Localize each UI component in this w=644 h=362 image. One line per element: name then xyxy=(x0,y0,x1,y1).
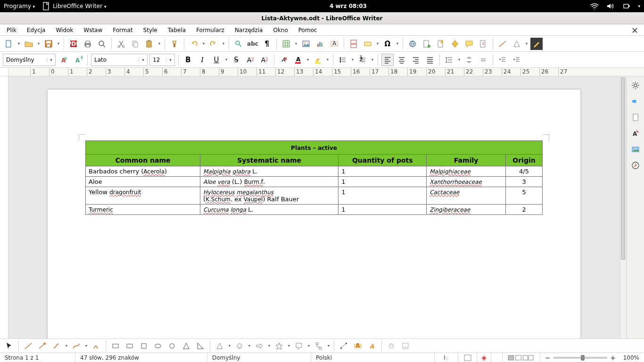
ellipse-tool-button[interactable] xyxy=(152,340,164,352)
status-insert-mode[interactable]: I ⎀ xyxy=(435,353,458,362)
paragraph-style-combo[interactable]: ▾ xyxy=(3,54,56,66)
fontwork-gallery-button[interactable]: A xyxy=(366,340,378,352)
os-active-app[interactable]: LibreOffice Writer ▾ xyxy=(41,1,106,11)
spellcheck-button[interactable]: abc xyxy=(247,38,259,50)
battery-icon[interactable] xyxy=(622,1,631,11)
cut-button[interactable] xyxy=(115,38,127,50)
underline-button[interactable]: U xyxy=(210,54,223,66)
insert-cross-ref-button[interactable] xyxy=(449,38,461,50)
page[interactable]: Plants – active Common nameSystematic na… xyxy=(48,90,580,338)
sidebar-navigator-button[interactable] xyxy=(628,158,643,173)
font-name-combo[interactable]: ▾ xyxy=(91,54,148,66)
rectangle-tool-button[interactable] xyxy=(109,340,122,352)
curve-tool-button[interactable] xyxy=(70,340,83,352)
stars-dropdown[interactable]: ▾ xyxy=(287,344,291,348)
insert-hyperlink-button[interactable] xyxy=(406,38,419,50)
increase-indent-button[interactable] xyxy=(496,54,509,66)
insert-chart-button[interactable] xyxy=(314,38,326,50)
table-row[interactable]: Yellow dragonfruitHylocereus megalanthus… xyxy=(86,187,543,205)
block-arrows-dropdown[interactable]: ▾ xyxy=(267,344,271,348)
status-language[interactable]: Polski xyxy=(311,353,435,362)
clear-formatting-button[interactable]: A xyxy=(278,54,290,66)
callouts-button[interactable] xyxy=(293,340,305,352)
highlight-button[interactable] xyxy=(312,54,324,66)
paste-dropdown[interactable]: ▾ xyxy=(157,41,161,46)
menu-plik[interactable]: Plik xyxy=(3,25,21,35)
cell-origin[interactable]: 4/5 xyxy=(506,166,543,177)
cell-systematic[interactable]: Hylocereus megalanthus(K.Schum. ex Vaupe… xyxy=(200,187,339,205)
document-scroll-area[interactable]: Plants – active Common nameSystematic na… xyxy=(8,76,619,338)
find-replace-button[interactable] xyxy=(232,38,245,50)
edit-points-button[interactable] xyxy=(338,340,350,352)
insert-pagebreak-button[interactable] xyxy=(347,38,360,50)
align-right-button[interactable] xyxy=(410,54,422,66)
cell-qty[interactable]: 1 xyxy=(339,205,427,215)
save-dropdown[interactable]: ▾ xyxy=(57,41,60,46)
new-style-button[interactable]: A+ xyxy=(72,54,84,66)
clone-format-button[interactable] xyxy=(168,38,181,50)
insert-field-dropdown[interactable]: ▾ xyxy=(376,41,380,46)
table-header-cell[interactable]: Common name xyxy=(86,155,200,166)
font-color-dropdown[interactable]: ▾ xyxy=(306,58,310,62)
wifi-icon[interactable] xyxy=(590,1,599,11)
menu-edycja[interactable]: Edycja xyxy=(23,25,50,35)
cell-common[interactable]: Aloe xyxy=(86,177,200,187)
font-name-input[interactable] xyxy=(91,57,139,63)
number-list-button[interactable]: 12 xyxy=(356,54,369,66)
cell-qty[interactable]: 1 xyxy=(339,166,427,177)
vertical-ruler[interactable] xyxy=(0,76,8,338)
cell-systematic[interactable]: Curcuma longa L. xyxy=(200,205,339,215)
basic-shapes-tool-dropdown[interactable]: ▾ xyxy=(228,344,231,348)
cell-family[interactable]: Malpighiaceae xyxy=(427,166,506,177)
vertical-scrollbar[interactable] xyxy=(619,76,626,338)
font-color-button[interactable]: A xyxy=(292,54,304,66)
new-doc-dropdown[interactable]: ▾ xyxy=(17,41,21,46)
cell-origin[interactable]: 5 xyxy=(506,187,543,205)
bold-button[interactable]: B xyxy=(182,54,194,66)
table-row[interactable]: AloeAloe vera (L.) Burm.f.1Xanthorrhoeac… xyxy=(86,177,543,187)
symbol-shapes-dropdown[interactable]: ▾ xyxy=(248,344,251,348)
toggle-extrusion-button[interactable] xyxy=(385,340,397,352)
align-center-button[interactable] xyxy=(396,54,408,66)
insert-footnote-button[interactable] xyxy=(421,38,433,50)
menu-okno[interactable]: Okno xyxy=(269,25,292,35)
insert-special-char-dropdown[interactable]: ▾ xyxy=(396,41,399,46)
sidebar-properties-button[interactable] xyxy=(628,94,643,108)
flowchart-button[interactable] xyxy=(313,340,325,352)
decrease-indent-button[interactable] xyxy=(511,54,523,66)
insert-bookmark-button[interactable] xyxy=(435,38,447,50)
table-title-cell[interactable]: Plants – active xyxy=(86,141,543,155)
right-triangle-tool-button[interactable] xyxy=(194,340,206,352)
font-size-input[interactable] xyxy=(150,57,166,63)
subscript-button[interactable]: A2 xyxy=(258,54,271,66)
volume-icon[interactable] xyxy=(606,1,615,11)
status-selection-mode[interactable] xyxy=(458,353,477,362)
plants-table[interactable]: Plants – active Common nameSystematic na… xyxy=(85,140,543,215)
cell-family[interactable]: Cactaceae xyxy=(427,187,506,205)
insert-field-button[interactable] xyxy=(362,38,374,50)
insert-textbox-button[interactable]: A xyxy=(328,38,340,50)
table-header-cell[interactable]: Origin xyxy=(506,155,543,166)
menu-widok[interactable]: Widok xyxy=(52,25,78,35)
close-doc-button[interactable]: × xyxy=(628,25,641,35)
redo-button[interactable] xyxy=(207,38,220,50)
basic-shapes-button[interactable] xyxy=(511,38,523,50)
cell-family[interactable]: Zingiberaceae xyxy=(427,205,506,215)
export-pdf-button[interactable]: PDF xyxy=(67,38,80,50)
copy-button[interactable] xyxy=(129,38,141,50)
menu-formularz[interactable]: Formularz xyxy=(192,25,229,35)
table-header-cell[interactable]: Quantity of pots xyxy=(339,155,427,166)
callouts-dropdown[interactable]: ▾ xyxy=(307,344,311,348)
system-menu-arrow[interactable]: ▾ xyxy=(638,4,640,8)
menu-pomoc[interactable]: Pomoc xyxy=(295,25,322,35)
insert-comment-button[interactable] xyxy=(463,38,475,50)
bullet-list-button[interactable] xyxy=(337,54,349,66)
table-header-cell[interactable]: Family xyxy=(427,155,506,166)
line-arrow-tool-button[interactable] xyxy=(36,340,49,352)
sidebar-settings-button[interactable] xyxy=(628,78,643,92)
print-button[interactable] xyxy=(82,38,94,50)
cell-systematic[interactable]: Malpighia glabra L. xyxy=(200,166,339,177)
cell-origin[interactable]: 3 xyxy=(506,177,543,187)
line-tool-button[interactable] xyxy=(22,340,34,352)
align-justify-button[interactable] xyxy=(424,54,436,66)
